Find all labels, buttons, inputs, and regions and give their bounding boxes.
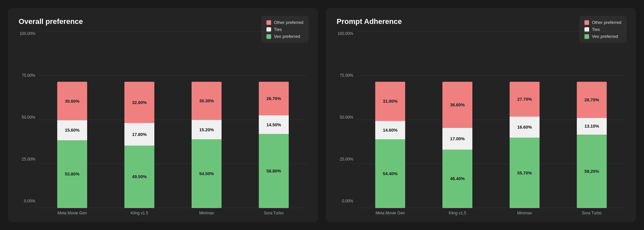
x-label-2: Minimax [176,211,237,215]
chart-inner-prompt-adherence: 54.40%14.60%31.00%46.40%17.00%36.60%55.7… [357,31,625,215]
bar-group-1: 49.50%17.80%32.60% [109,31,170,208]
chart-inner-overall-preference: 53.80%15.60%30.60%49.50%17.80%32.60%54.5… [39,31,307,215]
bar-segment-ties-3: 14.50% [259,115,289,134]
y-axis-label: 75.00% [19,73,35,78]
x-label-2: Minimax [494,211,555,215]
bar-segment-veo-2: 55.70% [510,138,540,208]
bar-segment-ties-1: 17.00% [442,128,472,150]
bar-stack-0: 54.40%14.60%31.00% [375,82,405,208]
bars-row-overall-preference: 53.80%15.60%30.60%49.50%17.80%32.60%54.5… [39,31,307,208]
bar-segment-veo-3: 58.20% [577,135,607,208]
bar-segment-ties-0: 14.60% [375,121,405,139]
bar-stack-0: 53.80%15.60%30.60% [57,82,87,208]
y-axis-label: 50.00% [337,115,353,120]
bar-segment-other-1: 36.60% [442,82,472,128]
bar-stack-2: 54.50%15.20%30.30% [192,82,222,208]
bars-row-prompt-adherence: 54.40%14.60%31.00%46.40%17.00%36.60%55.7… [357,31,625,208]
y-axis-label: 100.00% [337,31,353,36]
bar-segment-veo-2: 54.50% [192,139,222,208]
bar-segment-ties-0: 15.60% [57,120,87,140]
bars-grid-prompt-adherence: 54.40%14.60%31.00%46.40%17.00%36.60%55.7… [357,31,625,208]
bar-segment-veo-3: 58.80% [259,134,289,208]
x-label-1: Kling v1.5 [427,211,488,215]
bar-segment-veo-0: 53.80% [57,140,87,208]
bar-stack-3: 58.20%13.10%28.70% [577,82,607,208]
x-label-1: Kling v1.5 [109,211,170,215]
bar-stack-3: 58.80%14.50%26.70% [259,82,289,208]
bar-segment-other-3: 28.70% [577,82,607,118]
bar-segment-other-3: 26.70% [259,82,289,115]
bar-segment-ties-2: 15.20% [192,120,222,139]
y-axis-prompt-adherence: 0.00%25.00%50.00%75.00%100.00% [337,31,357,215]
legend-label-other: Other preferred [274,20,303,25]
bar-group-3: 58.20%13.10%28.70% [562,31,622,208]
bars-grid-overall-preference: 53.80%15.60%30.60%49.50%17.80%32.60%54.5… [39,31,307,208]
y-axis-label: 50.00% [19,115,35,120]
bar-segment-other-0: 31.00% [375,82,405,121]
bar-group-0: 54.40%14.60%31.00% [360,31,420,208]
y-axis-label: 25.00% [337,157,353,162]
bar-group-2: 54.50%15.20%30.30% [176,31,237,208]
y-axis-label: 0.00% [19,199,35,203]
chart-card-prompt-adherence: Prompt AdherenceOther preferredTiesVeo p… [326,8,636,222]
bar-group-1: 46.40%17.00%36.60% [427,31,488,208]
bar-segment-other-2: 30.30% [192,82,222,120]
charts-container: Overall preferenceOther preferredTiesVeo… [0,0,644,230]
y-axis-overall-preference: 0.00%25.00%50.00%75.00%100.00% [19,31,39,215]
x-labels-overall-preference: Meta Movie GenKling v1.5MinimaxSora Turb… [39,208,307,215]
y-axis-label: 75.00% [337,73,353,78]
legend-label-other: Other preferred [592,20,621,25]
y-axis-label: 0.00% [337,199,353,203]
x-label-0: Meta Movie Gen [360,211,420,215]
bar-stack-1: 49.50%17.80%32.60% [124,82,154,208]
bar-segment-veo-1: 49.50% [124,146,154,208]
bar-segment-ties-1: 17.80% [124,123,154,146]
bar-segment-veo-0: 54.40% [375,139,405,208]
y-axis-label: 25.00% [19,157,35,162]
bar-segment-ties-2: 16.60% [510,117,540,138]
bar-stack-1: 46.40%17.00%36.60% [442,82,472,208]
legend-color-other [584,20,589,25]
legend-item-other: Other preferred [584,20,621,25]
bar-group-2: 55.70%16.60%27.70% [494,31,555,208]
bar-stack-2: 55.70%16.60%27.70% [510,82,540,208]
chart-card-overall-preference: Overall preferenceOther preferredTiesVeo… [8,8,318,222]
bar-segment-ties-3: 13.10% [577,118,607,135]
bar-segment-other-2: 27.70% [510,82,540,117]
bar-segment-veo-1: 46.40% [442,150,472,208]
legend-color-other [266,20,271,25]
x-label-3: Sora Turbo [243,211,304,215]
bar-segment-other-1: 32.60% [124,82,154,123]
bar-segment-other-0: 30.60% [57,82,87,120]
chart-area-prompt-adherence: 0.00%25.00%50.00%75.00%100.00%54.40%14.6… [337,31,625,215]
y-axis-label: 100.00% [19,31,35,36]
x-labels-prompt-adherence: Meta Movie GenKling v1.5MinimaxSora Turb… [357,208,625,215]
bar-group-0: 53.80%15.60%30.60% [42,31,102,208]
bar-group-3: 58.80%14.50%26.70% [243,31,304,208]
legend-item-other: Other preferred [266,20,303,25]
chart-area-overall-preference: 0.00%25.00%50.00%75.00%100.00%53.80%15.6… [19,31,307,215]
x-label-3: Sora Turbo [562,211,622,215]
x-label-0: Meta Movie Gen [42,211,102,215]
